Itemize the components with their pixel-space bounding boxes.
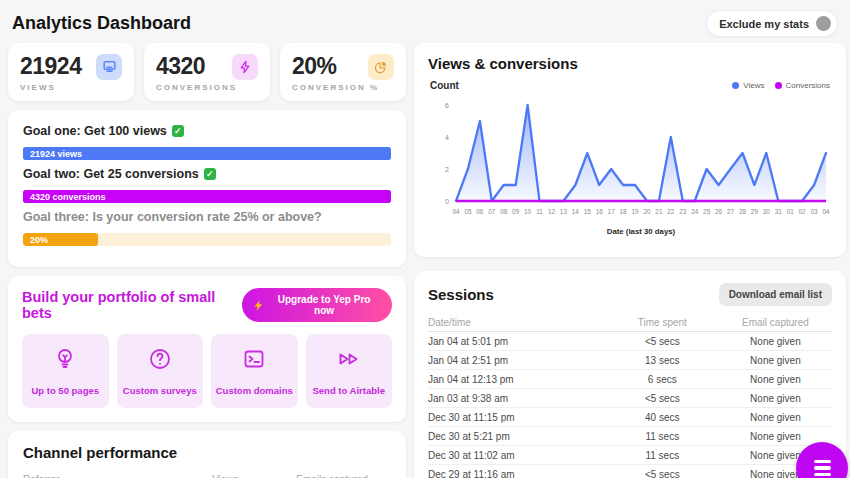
exclude-my-stats-toggle[interactable]: Exclude my stats [706,10,838,37]
svg-text:01: 01 [787,208,795,215]
svg-text:13: 13 [560,208,568,215]
column-header: Email captured [719,317,832,328]
session-cell: Dec 29 at 11:16 am [428,469,606,478]
sessions-card: Sessions Download email list Date/timeTi… [414,271,846,478]
session-row: Jan 04 at 12:13 pm6 secsNone given [428,370,832,389]
svg-text:28: 28 [739,208,747,215]
feature-tiles: Up to 50 pagesCustom surveysCustom domai… [22,334,392,408]
monitor-icon [96,54,122,80]
svg-text:09: 09 [512,208,520,215]
feature-tile-custom-surveys[interactable]: Custom surveys [117,334,204,408]
session-cell: None given [719,431,832,442]
svg-text:23: 23 [679,208,687,215]
session-cell: None given [719,374,832,385]
svg-text:04: 04 [822,208,830,215]
stat-label: CONVERSIONS [156,83,258,92]
svg-text:25: 25 [703,208,711,215]
goal-title-2: Goal two: Get 25 conversions✓ [23,167,391,181]
svg-text:12: 12 [548,208,556,215]
legend-dot-icon [732,82,739,89]
stat-card-conversion-: 20%CONVERSION % [280,43,406,101]
session-cell: None given [719,412,832,423]
stat-value: 4320 [156,53,205,80]
svg-text:2: 2 [445,166,449,173]
goal-progress-label: 20% [23,235,48,245]
session-cell: None given [719,355,832,366]
svg-text:10: 10 [524,208,532,215]
session-row: Jan 04 at 2:51 pm13 secsNone given [428,351,832,370]
feature-tile-up-to-50-pages[interactable]: Up to 50 pages [22,334,109,408]
svg-text:05: 05 [464,208,472,215]
portfolio-card: Build your portfolio of small bets Upgra… [8,276,406,422]
legend-label: Views [743,81,764,90]
svg-text:31: 31 [775,208,783,215]
svg-text:03: 03 [811,208,819,215]
svg-text:16: 16 [596,208,604,215]
session-cell: <5 secs [606,469,719,478]
legend-label: Conversions [786,81,830,90]
legend-item-conversions: Conversions [775,81,830,90]
column-header: Date/time [428,317,606,328]
channel-header-row: ReferrerViewsEmails captured [23,470,391,478]
session-cell: Dec 30 at 11:15 pm [428,412,606,423]
svg-text:6: 6 [445,102,449,109]
goal-text: Goal two: Get 25 conversions [23,167,199,181]
svg-text:29: 29 [751,208,759,215]
column-header: Views [178,474,274,478]
svg-text:24: 24 [691,208,699,215]
sessions-title: Sessions [428,286,494,303]
lightning-icon [232,54,258,80]
download-email-list-button[interactable]: Download email list [719,283,832,306]
svg-text:27: 27 [727,208,735,215]
goal-progress-bar-3: 20% [23,233,391,246]
feature-tile-send-to-airtable[interactable]: Send to Airtable [306,334,393,408]
y-axis-title: Count [430,80,459,91]
goal-progress-bar-2: 4320 conversions [23,190,391,203]
feature-label: Up to 50 pages [31,385,99,396]
channel-performance-title: Channel performance [23,444,391,461]
legend-item-views: Views [732,81,764,90]
session-row: Dec 29 at 11:16 am<5 secsNone given [428,465,832,478]
goal-progress-label: 21924 views [23,149,82,159]
svg-text:26: 26 [715,208,723,215]
svg-text:22: 22 [667,208,675,215]
goal-title-3: Goal three: Is your conversion rate 25% … [23,210,391,224]
session-cell: None given [719,393,832,404]
feature-label: Custom domains [216,385,293,396]
feature-tile-custom-domains[interactable]: Custom domains [211,334,298,408]
main-content: 21924VIEWS4320CONVERSIONS20%CONVERSION %… [0,43,850,478]
chart-title: Views & conversions [428,55,832,72]
legend-dot-icon [775,82,782,89]
svg-text:30: 30 [763,208,771,215]
session-cell: Jan 04 at 2:51 pm [428,355,606,366]
views-conversions-card: Views & conversions Count ViewsConversio… [414,43,846,257]
page-header: Analytics Dashboard Exclude my stats [0,0,850,43]
page-title: Analytics Dashboard [12,13,191,34]
session-row: Dec 30 at 5:21 pm11 secsNone given [428,427,832,446]
portfolio-title: Build your portfolio of small bets [22,289,242,321]
x-axis-title: Date (last 30 days) [607,227,676,236]
svg-text:04: 04 [452,208,460,215]
channel-table: ReferrerViewsEmails capturedTwitterthrea… [23,470,391,478]
exclude-my-stats-label: Exclude my stats [719,18,809,30]
session-cell: <5 secs [606,393,719,404]
goal-progress-label: 4320 conversions [23,192,106,202]
svg-text:14: 14 [572,208,580,215]
goal-progress-bar-1: 21924 views [23,147,391,160]
upgrade-button-label: Upgrade to Yep Pro now [268,294,380,316]
channel-performance-card: Channel performance ReferrerViewsEmails … [8,431,406,478]
sessions-table: Date/timeTime spentEmail capturedJan 04 … [428,313,832,478]
lightning-icon [254,300,263,311]
fast-forward-icon [336,347,362,375]
svg-text:06: 06 [476,208,484,215]
column-header: Emails captured [273,474,391,478]
svg-text:11: 11 [536,208,543,215]
area-chart: 0246040506070809101112131415161718192021… [428,93,832,247]
session-row: Dec 30 at 11:15 pm40 secsNone given [428,408,832,427]
toggle-knob-icon[interactable] [816,16,831,31]
session-cell: Dec 30 at 11:02 am [428,450,606,461]
menu-icon [814,460,831,477]
goal-text: Goal one: Get 100 views [23,124,167,138]
upgrade-to-pro-button[interactable]: Upgrade to Yep Pro now [242,288,392,322]
session-row: Jan 03 at 9:38 am<5 secsNone given [428,389,832,408]
